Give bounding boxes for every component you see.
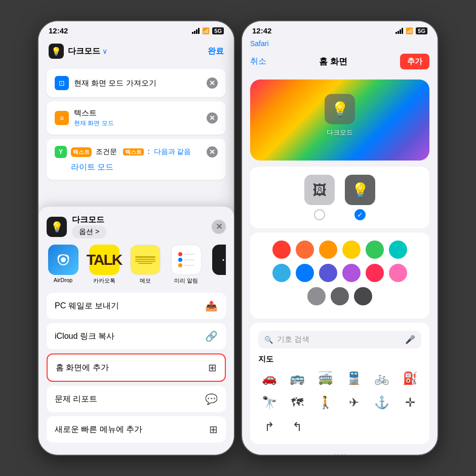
symbol-turn-left[interactable]: ↰ bbox=[287, 418, 309, 436]
step2-icon: ≡ bbox=[55, 111, 69, 125]
shortcut-app-icon: 💡 bbox=[49, 44, 64, 59]
symbol-bus[interactable]: 🚌 bbox=[287, 369, 309, 387]
symbol-binoculars[interactable]: 🔭 bbox=[258, 393, 281, 412]
right-nav-back: Safari bbox=[242, 37, 438, 52]
done-button[interactable]: 완료 bbox=[208, 46, 224, 57]
options-button[interactable]: 옵션 > bbox=[72, 225, 106, 239]
menu-pc-whale[interactable]: PC 웨일로 보내기 📤 bbox=[47, 293, 226, 319]
menu-report[interactable]: 문제 리포트 💬 bbox=[47, 386, 226, 412]
icon-choice-symbol[interactable]: 💡 ✓ bbox=[345, 175, 375, 220]
step2-remove[interactable]: ✕ bbox=[207, 112, 218, 124]
color-light-blue[interactable] bbox=[272, 264, 291, 282]
icon-choice-row: 🖼 💡 ✓ bbox=[250, 167, 429, 228]
symbol-radio[interactable]: ✓ bbox=[354, 209, 366, 220]
right-network-badge: 5G bbox=[416, 27, 427, 34]
search-icon: 🔍 bbox=[264, 336, 273, 344]
symbol-search-section: 🔍 기호 검색 🎤 지도 🚗 🚌 🚎 🚆 🚲 ⛽ 🔭 🗺 🚶 ✈ ⚓ ✛ ↱ ↰ bbox=[250, 323, 429, 444]
step1-icon: ⊡ bbox=[55, 76, 69, 90]
right-time: 12:42 bbox=[252, 26, 271, 35]
app-reminder[interactable]: 미리 알림 bbox=[170, 245, 203, 285]
color-purple[interactable] bbox=[342, 264, 361, 282]
app-kakao[interactable]: TALK 카카오톡 bbox=[88, 245, 121, 285]
symbol-car[interactable]: 🚗 bbox=[258, 369, 281, 387]
color-indigo[interactable] bbox=[319, 264, 337, 282]
condition-value: 다음과 같음 bbox=[154, 147, 191, 155]
symbol-icon-box: 💡 bbox=[345, 175, 375, 205]
menu-add-home[interactable]: 홈 화면에 추가 ⊞ bbox=[47, 353, 226, 382]
wifi-icon: 📶 bbox=[202, 27, 210, 34]
app-airdrop[interactable]: AirDrop bbox=[47, 245, 80, 285]
app-share-row: AirDrop TALK 카카오톡 bbox=[47, 245, 226, 285]
color-red[interactable] bbox=[272, 241, 291, 259]
kakao-icon: TALK bbox=[89, 245, 120, 275]
color-teal[interactable] bbox=[389, 241, 407, 259]
symbol-search-bar[interactable]: 🔍 기호 검색 🎤 bbox=[258, 331, 421, 348]
color-light-pink[interactable] bbox=[389, 264, 407, 282]
share-app-icon: 💡 bbox=[47, 217, 67, 237]
cancel-button[interactable]: 취소 bbox=[250, 56, 266, 67]
condition-text-badge: 텍스트 bbox=[71, 147, 92, 157]
bottom-label: 기기 bbox=[242, 448, 438, 456]
category-label: 지도 bbox=[258, 354, 421, 364]
photo-radio[interactable] bbox=[314, 209, 325, 220]
preview-icon-wrap: 💡 다크모드 bbox=[325, 94, 355, 137]
color-dark-gray[interactable] bbox=[354, 287, 372, 305]
mic-icon[interactable]: 🎤 bbox=[405, 335, 415, 344]
photo-symbol: 🖼 bbox=[312, 182, 327, 199]
app-more[interactable]: ⋯ bbox=[211, 245, 226, 285]
reminder-icon bbox=[171, 245, 202, 275]
close-button[interactable]: ✕ bbox=[212, 220, 226, 234]
home-title: 홈 화면 bbox=[319, 56, 347, 67]
search-placeholder: 기호 검색 bbox=[277, 335, 401, 344]
symbol-tram[interactable]: 🚎 bbox=[314, 369, 337, 387]
right-signal-icon bbox=[395, 28, 403, 34]
color-pink[interactable] bbox=[366, 264, 384, 282]
color-blue[interactable] bbox=[296, 264, 314, 282]
shortcut-name-arrow: ∨ bbox=[102, 47, 107, 55]
symbol-map[interactable]: 🗺 bbox=[287, 393, 309, 412]
left-phone: 12:42 📶 5G 💡 다크모드 ∨ bbox=[37, 20, 235, 456]
step2-sublabel: 현재 화면 모드 bbox=[74, 119, 114, 128]
right-status-icons: 📶 5G bbox=[395, 27, 427, 34]
color-light-gray[interactable] bbox=[307, 287, 326, 305]
color-green[interactable] bbox=[366, 241, 384, 259]
airdrop-svg bbox=[54, 251, 72, 269]
memo-icon bbox=[130, 245, 161, 275]
color-orange-red[interactable] bbox=[296, 241, 314, 259]
bulb-symbol: 💡 bbox=[351, 182, 369, 199]
shortcut-title-area: 💡 다크모드 ∨ bbox=[49, 44, 107, 59]
symbol-walk[interactable]: 🚶 bbox=[314, 393, 337, 412]
left-status-bar: 12:42 📶 5G bbox=[38, 21, 234, 37]
symbol-fuel[interactable]: ⛽ bbox=[399, 369, 421, 387]
add-button[interactable]: 추가 bbox=[400, 54, 429, 69]
right-phone: 12:42 📶 5G Safari 취소 홈 화면 추가 bbox=[241, 20, 439, 456]
left-status-icons: 📶 5G bbox=[192, 27, 224, 34]
symbol-move[interactable]: ✛ bbox=[399, 393, 421, 412]
memo-label: 메모 bbox=[140, 277, 151, 285]
share-sheet: 💡 다크모드 옵션 > ✕ bbox=[38, 207, 234, 455]
app-memo[interactable]: 메모 bbox=[129, 245, 162, 285]
share-sheet-header: 💡 다크모드 옵션 > ✕ bbox=[47, 215, 226, 239]
share-sheet-title-area: 💡 다크모드 옵션 > bbox=[47, 215, 106, 239]
step1-remove[interactable]: ✕ bbox=[207, 77, 218, 89]
step1-label: 현재 화면 모드 가져오기 bbox=[74, 78, 156, 88]
color-mid-gray[interactable] bbox=[331, 287, 349, 305]
share-title: 다크모드 bbox=[72, 215, 106, 225]
color-row-2 bbox=[258, 264, 421, 282]
symbol-turn-right[interactable]: ↱ bbox=[258, 418, 281, 436]
color-orange[interactable] bbox=[319, 241, 337, 259]
kakao-label: 카카오톡 bbox=[93, 277, 115, 285]
symbol-train[interactable]: 🚆 bbox=[343, 369, 365, 387]
symbol-navigate[interactable]: ✈ bbox=[343, 393, 365, 412]
symbol-bike[interactable]: 🚲 bbox=[371, 369, 393, 387]
menu-icloud-copy[interactable]: iCloud 링크 복사 🔗 bbox=[47, 323, 226, 349]
airdrop-icon bbox=[48, 245, 78, 275]
color-yellow[interactable] bbox=[342, 241, 361, 259]
icon-choice-photo[interactable]: 🖼 bbox=[304, 175, 335, 220]
condition-result: 라이트 모드 bbox=[71, 163, 113, 171]
symbol-anchor[interactable]: ⚓ bbox=[371, 393, 393, 412]
menu-quick-add[interactable]: 새로운 빠른 메뉴에 추가 ⊞ bbox=[47, 416, 226, 443]
network-badge: 5G bbox=[212, 27, 224, 34]
right-back-label[interactable]: Safari bbox=[250, 39, 269, 48]
step3-remove[interactable]: ✕ bbox=[207, 146, 218, 157]
